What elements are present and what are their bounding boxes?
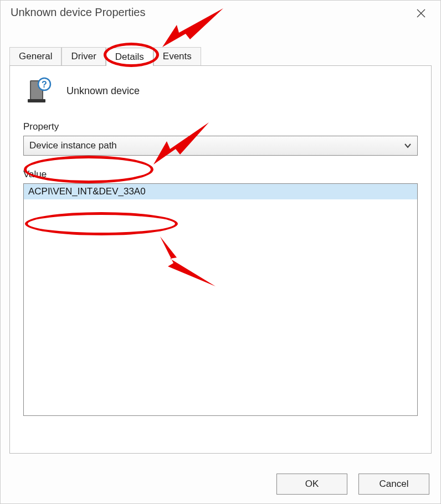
properties-dialog: Unknown device Properties General Driver… (0, 0, 441, 504)
tab-driver[interactable]: Driver (61, 47, 105, 65)
value-label: Value (23, 169, 418, 180)
dialog-buttons: OK Cancel (276, 474, 429, 495)
chevron-down-icon (404, 141, 412, 150)
close-button[interactable] (412, 6, 430, 23)
window-title: Unknown device Properties (11, 6, 145, 19)
device-icon: ? (25, 77, 53, 105)
titlebar: Unknown device Properties (1, 1, 440, 33)
tab-general[interactable]: General (9, 47, 61, 65)
device-name: Unknown device (66, 85, 140, 97)
cancel-button[interactable]: Cancel (358, 474, 429, 495)
device-header: ? Unknown device (25, 77, 418, 105)
property-label: Property (23, 121, 418, 132)
tab-row: General Driver Details Events (9, 46, 432, 66)
tab-events[interactable]: Events (153, 47, 201, 65)
value-line[interactable]: ACPI\VEN_INT&DEV_33A0 (24, 184, 417, 199)
property-dropdown-value: Device instance path (29, 140, 117, 151)
ok-button[interactable]: OK (276, 474, 347, 495)
close-icon (416, 8, 426, 18)
property-dropdown[interactable]: Device instance path (23, 136, 418, 156)
svg-rect-4 (28, 99, 45, 102)
tab-details[interactable]: Details (106, 48, 153, 66)
svg-text:?: ? (42, 80, 47, 89)
tab-content-details: ? Unknown device Property Device instanc… (9, 66, 432, 454)
value-listbox[interactable]: ACPI\VEN_INT&DEV_33A0 (23, 183, 418, 416)
